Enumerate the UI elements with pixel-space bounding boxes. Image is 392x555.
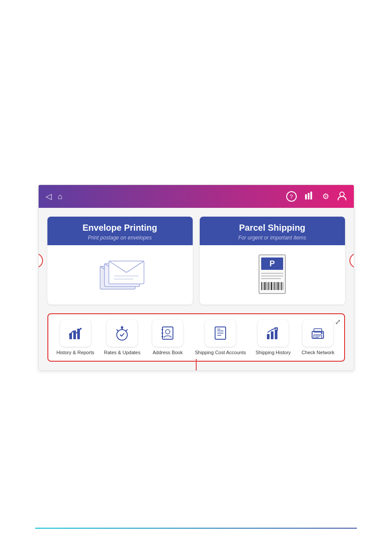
address-book-icon-box	[152, 319, 183, 347]
callout-1: 1	[38, 253, 43, 268]
callout-2: 2	[349, 253, 354, 268]
rates-updates-icon	[114, 325, 130, 341]
rates-updates-label: Rates & Updates	[104, 349, 140, 355]
shipping-cost-accounts-label: Shipping Cost Accounts	[195, 349, 246, 355]
svg-rect-29	[274, 282, 275, 290]
svg-rect-26	[270, 282, 270, 290]
shipping-history-label: Shipping History	[255, 349, 291, 355]
shortcut-check-network[interactable]: Check Network	[300, 319, 335, 355]
shortcut-address-book[interactable]: Address Book	[150, 319, 185, 355]
svg-rect-55	[314, 335, 322, 338]
address-book-label: Address Book	[153, 349, 183, 355]
parcel-image-area: P	[200, 245, 345, 305]
envelope-card-title: Envelope Printing	[52, 223, 188, 233]
svg-rect-2	[310, 192, 312, 200]
svg-point-41	[165, 330, 170, 334]
rates-updates-icon-box	[107, 319, 137, 347]
shipping-history-icon-box	[258, 319, 288, 347]
svg-rect-51	[271, 331, 273, 339]
svg-rect-52	[275, 330, 277, 339]
svg-text:P: P	[270, 259, 275, 268]
svg-rect-22	[263, 282, 263, 290]
settings-icon[interactable]: ⚙	[322, 192, 329, 201]
shipping-history-icon	[265, 325, 281, 341]
envelope-image-area	[47, 245, 193, 305]
parcel-card-header: Parcel Shipping For urgent or important …	[200, 217, 345, 245]
parcel-shipping-card[interactable]: Parcel Shipping For urgent or important …	[200, 217, 345, 305]
history-reports-icon	[68, 325, 83, 341]
svg-rect-25	[268, 282, 269, 290]
svg-rect-31	[277, 282, 279, 290]
main-content: 1 Envelope Printing Print postage on env…	[39, 208, 354, 370]
address-book-icon	[160, 325, 176, 341]
svg-rect-21	[261, 282, 262, 290]
bottom-line	[35, 528, 357, 529]
back-icon[interactable]: ◁	[46, 192, 52, 201]
shortcut-rates-updates[interactable]: Rates & Updates	[104, 319, 140, 355]
shipping-cost-accounts-icon	[212, 325, 228, 341]
parcel-card-title: Parcel Shipping	[204, 223, 341, 233]
user-icon[interactable]	[337, 191, 347, 203]
shortcut-shipping-cost-accounts[interactable]: Shipping Cost Accounts	[195, 319, 246, 355]
svg-rect-23	[264, 282, 266, 290]
svg-rect-32	[280, 282, 280, 290]
header-right: ? ⚙	[286, 191, 347, 203]
envelope-illustration-svg	[91, 258, 148, 293]
history-reports-label: History & Reports	[57, 349, 94, 355]
app-container: ◁ ⌂ ? ⚙	[38, 185, 354, 371]
shortcut-history-reports[interactable]: History & Reports	[57, 319, 94, 355]
svg-rect-24	[266, 282, 267, 290]
envelope-card-header: Envelope Printing Print postage on envel…	[47, 217, 193, 245]
parcel-illustration-svg: P	[257, 254, 288, 296]
callout-3-line	[196, 359, 197, 371]
home-icon[interactable]: ⌂	[58, 192, 63, 201]
shortcuts-section: ⤢ History & Rep	[47, 313, 345, 362]
shipping-cost-accounts-icon-box	[205, 319, 236, 347]
envelope-card-subtitle: Print postage on envelopes	[52, 235, 188, 241]
network-status-icon[interactable]	[305, 191, 314, 202]
callout-3-container: 3	[189, 359, 204, 371]
check-network-icon-box	[302, 319, 333, 347]
expand-icon[interactable]: ⤢	[335, 318, 341, 326]
page-wrapper: manualslib.com ◁ ⌂ ? ⚙	[0, 0, 392, 555]
parcel-card-subtitle: For urgent or important items	[204, 235, 341, 241]
header-bar: ◁ ⌂ ? ⚙	[39, 185, 354, 208]
svg-rect-34	[283, 282, 283, 290]
svg-rect-33	[281, 282, 282, 290]
svg-point-3	[340, 192, 344, 196]
check-network-icon	[310, 325, 326, 341]
envelope-printing-card[interactable]: Envelope Printing Print postage on envel…	[47, 217, 193, 305]
svg-rect-27	[271, 282, 272, 290]
history-reports-icon-box	[60, 319, 91, 347]
svg-point-58	[321, 332, 323, 334]
svg-rect-28	[273, 282, 273, 290]
svg-point-38	[80, 328, 82, 330]
check-network-label: Check Network	[302, 349, 334, 355]
svg-rect-0	[305, 194, 307, 200]
svg-rect-30	[276, 282, 277, 290]
help-icon[interactable]: ?	[286, 191, 297, 202]
shortcuts-grid: History & Reports	[54, 319, 339, 355]
svg-rect-1	[308, 193, 309, 200]
svg-rect-50	[267, 334, 270, 339]
shortcut-shipping-history[interactable]: Shipping History	[255, 319, 291, 355]
header-left: ◁ ⌂	[46, 192, 63, 201]
cards-row: 1 Envelope Printing Print postage on env…	[47, 217, 345, 305]
